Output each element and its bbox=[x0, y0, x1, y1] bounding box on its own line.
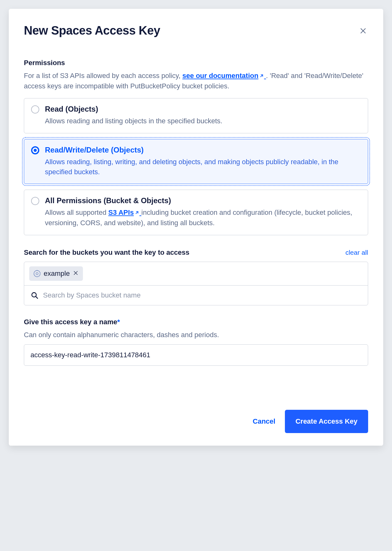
buckets-section: Search for the buckets you want the key … bbox=[24, 248, 368, 305]
documentation-link[interactable]: see our documentation bbox=[182, 72, 266, 80]
permissions-description: For a list of S3 APIs allowed by each ac… bbox=[24, 71, 368, 91]
name-section: Give this access key a name* Can only co… bbox=[24, 318, 368, 366]
bucket-search-input[interactable] bbox=[43, 291, 362, 299]
external-link-icon bbox=[259, 71, 264, 81]
buckets-search-box: example bbox=[24, 262, 368, 305]
create-access-key-button[interactable]: Create Access Key bbox=[285, 410, 368, 433]
option-read-write-delete[interactable]: Read/Write/Delete (Objects) Allows readi… bbox=[24, 139, 368, 184]
radio-all-permissions[interactable] bbox=[31, 197, 39, 205]
search-icon bbox=[30, 291, 39, 299]
selected-buckets: example bbox=[24, 262, 368, 286]
radio-read[interactable] bbox=[31, 105, 39, 114]
close-icon bbox=[73, 270, 79, 276]
cancel-button[interactable]: Cancel bbox=[253, 417, 275, 426]
modal-footer: Cancel Create Access Key bbox=[24, 410, 368, 433]
option-all-permissions[interactable]: All Permissions (Bucket & Objects) Allow… bbox=[24, 190, 368, 235]
option-read-title: Read (Objects) bbox=[45, 105, 222, 114]
close-icon bbox=[359, 27, 367, 35]
required-asterisk: * bbox=[117, 318, 120, 326]
bucket-search-row bbox=[24, 286, 368, 305]
buckets-header: Search for the buckets you want the key … bbox=[24, 248, 368, 257]
remove-bucket-button[interactable] bbox=[73, 270, 79, 277]
new-access-key-modal: New Spaces Access Key Permissions For a … bbox=[9, 9, 383, 446]
bucket-chip-label: example bbox=[44, 270, 70, 278]
buckets-label: Search for the buckets you want the key … bbox=[24, 248, 189, 257]
modal-title: New Spaces Access Key bbox=[24, 24, 160, 37]
radio-read-write-delete[interactable] bbox=[31, 146, 39, 154]
name-label: Give this access key a name* bbox=[24, 318, 368, 326]
close-button[interactable] bbox=[358, 26, 368, 36]
option-all-title: All Permissions (Bucket & Objects) bbox=[45, 196, 361, 205]
bucket-chip: example bbox=[29, 266, 83, 281]
name-hint: Can only contain alphanumeric characters… bbox=[24, 330, 368, 340]
bucket-icon bbox=[34, 270, 41, 277]
permissions-label: Permissions bbox=[24, 59, 368, 67]
s3-apis-link[interactable]: S3 APIs bbox=[108, 209, 141, 216]
option-read[interactable]: Read (Objects) Allows reading and listin… bbox=[24, 98, 368, 133]
option-all-desc: Allows all supported S3 APIs including b… bbox=[45, 208, 361, 228]
svg-line-2 bbox=[260, 75, 263, 77]
external-link-icon bbox=[134, 208, 139, 218]
access-key-name-input[interactable] bbox=[24, 344, 368, 366]
svg-line-3 bbox=[136, 212, 138, 214]
permission-options: Read (Objects) Allows reading and listin… bbox=[24, 98, 368, 235]
modal-header: New Spaces Access Key bbox=[24, 24, 368, 37]
permissions-section: Permissions For a list of S3 APIs allowe… bbox=[24, 59, 368, 235]
option-rwd-title: Read/Write/Delete (Objects) bbox=[45, 146, 361, 154]
option-rwd-desc: Allows reading, listing, writing, and de… bbox=[45, 157, 361, 177]
svg-line-7 bbox=[36, 297, 38, 298]
option-read-desc: Allows reading and listing objects in th… bbox=[45, 116, 222, 126]
clear-all-link[interactable]: clear all bbox=[346, 249, 368, 256]
